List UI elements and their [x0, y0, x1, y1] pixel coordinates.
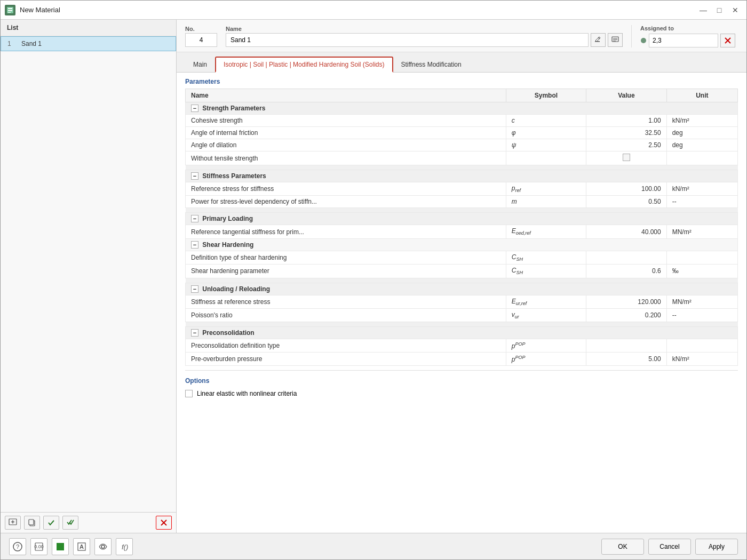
- row-tensile[interactable]: Without tensile strength: [186, 151, 738, 165]
- group-unloading: − Unloading / Reloading: [186, 283, 738, 295]
- tab-stiffness[interactable]: Stiffness Modification: [393, 57, 470, 72]
- svg-text:f(): f(): [122, 543, 128, 551]
- assigned-label: Assigned to: [640, 25, 738, 31]
- options-header: Options: [185, 370, 738, 388]
- no-label: No.: [185, 26, 217, 32]
- tab-main[interactable]: Main: [185, 57, 215, 71]
- row-cohesive[interactable]: Cohesive strength c 1.00 kN/m²: [186, 115, 738, 127]
- text-button[interactable]: A: [73, 538, 90, 555]
- no-input[interactable]: [185, 33, 217, 47]
- svg-rect-1: [8, 8, 12, 9]
- svg-point-18: [641, 38, 646, 43]
- col-value: Value: [586, 89, 667, 102]
- apply-button[interactable]: Apply: [695, 539, 738, 555]
- collapse-preconsolidation[interactable]: −: [191, 329, 198, 337]
- group-primary: − Primary Loading: [186, 213, 738, 225]
- subgroup-shear: − Shear Hardening: [186, 238, 738, 251]
- meta-row: No. Name Assigne: [177, 20, 746, 52]
- bottom-toolbar: ? 0.00 A f(): [9, 538, 133, 555]
- help-button[interactable]: ?: [9, 538, 26, 555]
- main-content: List 1 Sand 1: [1, 20, 746, 533]
- svg-rect-8: [29, 519, 34, 525]
- right-panel: No. Name Assigne: [177, 20, 746, 533]
- collapse-strength[interactable]: −: [191, 105, 198, 112]
- copy-material-button[interactable]: [24, 516, 40, 530]
- linear-elastic-label: Linear elastic with nonlinear criteria: [197, 390, 297, 397]
- row-friction[interactable]: Angle of internal friction φ 32.50 deg: [186, 127, 738, 139]
- svg-point-28: [101, 545, 105, 548]
- tensile-checkbox[interactable]: [623, 154, 630, 161]
- svg-rect-2: [8, 10, 12, 11]
- name-input[interactable]: [226, 33, 589, 47]
- title-bar: New Material — □ ✕: [1, 1, 746, 20]
- svg-text:0.00: 0.00: [34, 544, 44, 549]
- row-dilation[interactable]: Angle of dilation ψ 2.50 deg: [186, 139, 738, 151]
- bottom-bar: ? 0.00 A f() OK Cancel Apply: [1, 533, 746, 559]
- ok-button[interactable]: OK: [601, 539, 644, 555]
- list-header: List: [1, 20, 176, 36]
- row-power[interactable]: Power for stress-level dependency of sti…: [186, 196, 738, 208]
- collapse-stiffness[interactable]: −: [191, 172, 198, 180]
- no-group: No.: [185, 26, 217, 47]
- assigned-input-row: [640, 34, 738, 47]
- collapse-unloading[interactable]: −: [191, 285, 198, 293]
- parameters-area: Parameters Name Symbol Value Unit: [177, 73, 746, 533]
- name-group: Name: [226, 26, 623, 47]
- parameters-table: Name Symbol Value Unit − Strength Parame…: [185, 89, 738, 366]
- green-button[interactable]: [52, 538, 69, 555]
- list-footer: [1, 512, 176, 533]
- calc-button[interactable]: 0.00: [30, 538, 47, 555]
- row-precons-pressure[interactable]: Pre-overburden pressure pPOP 5.00 kN/m²: [186, 353, 738, 366]
- group-preconsolidation: − Preconsolidation: [186, 327, 738, 339]
- check-all-button[interactable]: [62, 516, 78, 530]
- assigned-input[interactable]: [649, 34, 718, 47]
- material-item[interactable]: 1 Sand 1: [1, 36, 176, 51]
- maximize-button[interactable]: □: [712, 4, 726, 16]
- row-ref-stress[interactable]: Reference stress for stiffness pref 100.…: [186, 182, 738, 196]
- material-num: 1: [7, 40, 18, 47]
- clear-assigned-button[interactable]: [720, 34, 735, 47]
- app-icon: [5, 5, 15, 15]
- window-title: New Material: [20, 6, 692, 14]
- add-material-button[interactable]: [5, 516, 21, 530]
- parameters-header: Parameters: [185, 73, 738, 89]
- row-tangential[interactable]: Reference tangential stiffness for prim.…: [186, 225, 738, 238]
- dialog-buttons: OK Cancel Apply: [601, 539, 738, 555]
- info-name-button[interactable]: [608, 33, 623, 47]
- col-unit: Unit: [666, 89, 737, 102]
- minimize-button[interactable]: —: [696, 4, 710, 16]
- tabs-row: Main Isotropic | Soil | Plastic | Modifi…: [177, 52, 746, 73]
- svg-text:?: ?: [16, 543, 19, 550]
- window-controls: — □ ✕: [696, 4, 742, 16]
- row-precons-def[interactable]: Preconsolidation definition type pPOP: [186, 339, 738, 353]
- group-stiffness: − Stiffness Parameters: [186, 170, 738, 182]
- tab-isotropic[interactable]: Isotropic | Soil | Plastic | Modified Ha…: [215, 57, 393, 73]
- svg-line-13: [598, 37, 600, 39]
- delete-material-button[interactable]: [156, 516, 172, 530]
- material-name: Sand 1: [21, 40, 42, 47]
- row-shear-param[interactable]: Shear hardening parameter CSH 0.6 ‰: [186, 265, 738, 278]
- check-button[interactable]: [43, 516, 59, 530]
- svg-rect-3: [8, 12, 11, 13]
- view-button[interactable]: [94, 538, 112, 555]
- col-name: Name: [186, 89, 506, 102]
- new-material-window: New Material — □ ✕ List 1 Sand 1: [0, 0, 747, 560]
- svg-rect-25: [57, 543, 64, 550]
- close-button[interactable]: ✕: [728, 4, 742, 16]
- row-poisson[interactable]: Poisson's ratio vur 0.200 --: [186, 308, 738, 322]
- col-symbol: Symbol: [506, 89, 586, 102]
- row-stiffness-ref[interactable]: Stiffness at reference stress Eur,ref 12…: [186, 295, 738, 308]
- edit-name-button[interactable]: [591, 33, 606, 47]
- assigned-group: Assigned to: [631, 25, 738, 47]
- name-input-row: [226, 33, 623, 47]
- svg-marker-12: [595, 37, 600, 42]
- cancel-button[interactable]: Cancel: [648, 539, 691, 555]
- function-button[interactable]: f(): [116, 538, 133, 555]
- svg-text:A: A: [80, 543, 84, 550]
- row-shear-def[interactable]: Definition type of shear hardening CSH: [186, 251, 738, 264]
- collapse-shear[interactable]: −: [191, 241, 198, 249]
- collapse-primary[interactable]: −: [191, 215, 198, 222]
- group-strength: − Strength Parameters: [186, 102, 738, 115]
- options-row: Linear elastic with nonlinear criteria: [185, 388, 738, 399]
- linear-elastic-checkbox[interactable]: [185, 390, 193, 397]
